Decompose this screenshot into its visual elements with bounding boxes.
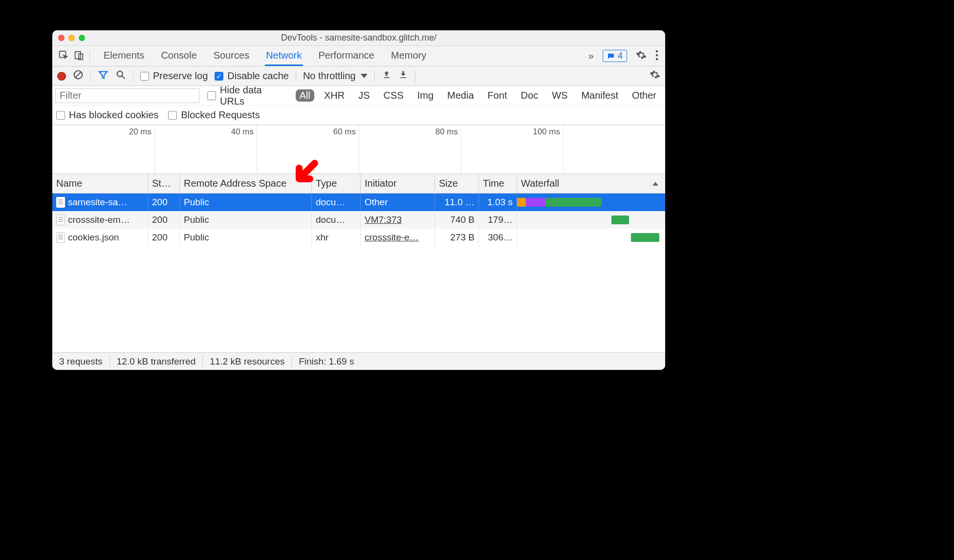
messages-count: 4 [618,51,623,61]
waterfall-bar [545,198,602,207]
download-har-icon[interactable] [398,70,408,82]
request-row[interactable]: cookies.json200Publicxhrcrosssite-e…273 … [52,229,665,246]
network-settings-icon[interactable] [650,69,660,83]
waterfall-cell [517,194,665,211]
type-filter-all[interactable]: All [296,89,314,102]
col-status[interactable]: St… [148,174,180,193]
minimize-button[interactable] [68,35,75,41]
col-time[interactable]: Time [479,174,517,193]
more-tabs-button[interactable]: » [588,50,594,62]
type-filter-manifest[interactable]: Manifest [577,89,622,102]
type-filter-img[interactable]: Img [413,89,437,102]
annotation-arrow-icon [290,158,322,192]
hide-data-urls-checkbox[interactable]: Hide data URLs [207,85,287,107]
messages-badge[interactable]: 4 [603,50,627,62]
throttling-value: No throttling [303,70,356,82]
col-waterfall[interactable]: Waterfall [517,174,665,193]
waterfall-bar [517,198,526,207]
tab-memory[interactable]: Memory [390,46,427,66]
cell: crosssite-em… [52,211,148,229]
request-row[interactable]: crosssite-em…200Publicdocu…VM7:373740 B1… [52,211,665,229]
status-transferred: 12.0 kB transferred [110,356,203,367]
separator [90,70,91,82]
separator [374,70,375,82]
tab-console[interactable]: Console [160,46,197,66]
filter-icon[interactable] [98,69,108,83]
tab-elements[interactable]: Elements [103,46,145,66]
separator [415,70,415,82]
type-filter-xhr[interactable]: XHR [320,89,348,102]
status-bar: 3 requests 12.0 kB transferred 11.2 kB r… [52,352,665,370]
col-size[interactable]: Size [435,174,479,193]
cell: 200 [148,229,180,246]
blocked-requests-checkbox[interactable]: Blocked Requests [168,109,260,121]
filter-bar-2: Has blocked cookies Blocked Requests [52,106,665,125]
main-tabstrip: ElementsConsoleSourcesNetworkPerformance… [52,46,665,66]
svg-point-5 [656,58,658,60]
cell: crosssite-e… [361,229,435,246]
timeline-tick [359,125,359,173]
waterfall-bar [631,233,659,242]
timeline-tick-label: 20 ms [129,127,154,137]
type-filter-ws[interactable]: WS [548,89,571,102]
type-filter-doc[interactable]: Doc [517,89,542,102]
type-filter-other[interactable]: Other [628,89,660,102]
separator [133,70,133,82]
timeline-tick-label: 100 ms [533,127,563,137]
blocked-requests-label: Blocked Requests [181,109,260,121]
type-filter-font[interactable]: Font [484,89,511,102]
cell: xhr [312,229,361,246]
record-button[interactable] [57,72,66,81]
file-icon [56,197,65,208]
chevron-down-icon [361,74,368,78]
request-row[interactable]: samesite-sa…200Publicdocu…Other11.0 …1.0… [52,194,665,211]
settings-icon[interactable] [636,50,647,63]
inspect-element-icon[interactable] [58,50,69,63]
traffic-lights [52,35,85,41]
filter-input[interactable] [55,88,199,103]
cell: 200 [148,211,180,229]
cell: 273 B [435,229,479,246]
cell: 200 [148,194,180,211]
waterfall-bar [611,215,629,224]
file-icon [56,215,65,225]
type-filter-js[interactable]: JS [354,89,373,102]
cell: Public [180,229,312,246]
waterfall-cell [517,229,665,246]
type-filter-css[interactable]: CSS [380,89,408,102]
close-button[interactable] [58,35,65,41]
cell: cookies.json [52,229,148,246]
has-blocked-cookies-checkbox[interactable]: Has blocked cookies [56,109,158,121]
throttling-dropdown[interactable]: No throttling [303,70,368,82]
cell: 11.0 … [435,194,479,211]
timeline-tick-label: 80 ms [435,127,461,137]
sort-asc-icon [652,182,658,186]
cell: samesite-sa… [52,194,148,211]
waterfall-bar [526,198,545,207]
separator [89,50,90,62]
svg-point-7 [117,71,123,77]
col-initiator[interactable]: Initiator [361,174,435,193]
disable-cache-checkbox[interactable]: ✓Disable cache [215,70,289,82]
tab-sources[interactable]: Sources [213,46,250,66]
hide-data-urls-label: Hide data URLs [220,85,288,107]
separator [296,70,296,82]
timeline-tick [461,125,461,173]
device-toolbar-icon[interactable] [74,50,85,63]
timeline-overview[interactable]: 20 ms40 ms60 ms80 ms100 ms [52,125,665,174]
tab-network[interactable]: Network [265,46,303,66]
upload-har-icon[interactable] [382,70,391,82]
devtools-window: DevTools - samesite-sandbox.glitch.me/ E… [52,30,665,370]
col-name[interactable]: Name [52,174,148,193]
clear-icon[interactable] [73,69,84,83]
search-icon[interactable] [115,69,126,83]
filter-bar: Hide data URLs AllXHRJSCSSImgMediaFontDo… [52,86,665,106]
tab-performance[interactable]: Performance [318,46,376,66]
zoom-button[interactable] [79,35,85,41]
disable-cache-label: Disable cache [227,70,289,82]
type-filter-media[interactable]: Media [443,89,477,102]
preserve-log-checkbox[interactable]: Preserve log [140,70,208,82]
timeline-tick [257,125,257,173]
kebab-menu-icon[interactable] [655,50,658,63]
network-toolbar: Preserve log ✓Disable cache No throttlin… [52,66,665,86]
